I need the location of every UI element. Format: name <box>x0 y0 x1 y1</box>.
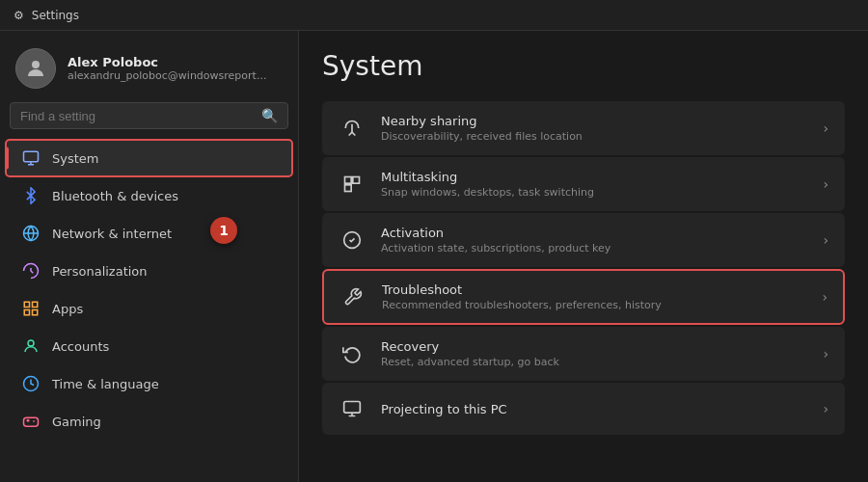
svg-rect-5 <box>24 310 29 315</box>
svg-rect-3 <box>24 302 29 307</box>
setting-row-troubleshoot[interactable]: Troubleshoot Recommended troubleshooters… <box>322 269 845 325</box>
settings-list: Nearby sharing Discoverability, received… <box>322 101 845 435</box>
annotation-circle-1: 1 <box>210 217 237 244</box>
main-layout: Alex Poloboc alexandru_poloboc@windowsre… <box>0 31 868 482</box>
chevron-icon: › <box>823 401 828 416</box>
sidebar: Alex Poloboc alexandru_poloboc@windowsre… <box>0 31 299 482</box>
content-area: System Nearby sharing Discoverability, r… <box>299 31 868 482</box>
user-email: alexandru_poloboc@windowsreport... <box>68 69 266 82</box>
sidebar-item-bluetooth[interactable]: Bluetooth & devices <box>6 177 292 214</box>
troubleshoot-name: Troubleshoot <box>382 282 806 297</box>
nearby-sharing-name: Nearby sharing <box>381 114 807 128</box>
apps-icon <box>21 299 41 318</box>
nav-list: System Bluetooth & devices Network & int… <box>0 139 298 441</box>
troubleshoot-icon <box>339 283 366 310</box>
search-icon: 🔍 <box>261 108 278 123</box>
svg-rect-1 <box>24 151 39 162</box>
nearby-sharing-desc: Discoverability, received files location <box>381 130 807 143</box>
setting-row-projecting[interactable]: Projecting to this PC › <box>322 383 845 435</box>
chevron-icon: › <box>823 346 828 362</box>
page-title: System <box>322 50 845 82</box>
sidebar-item-network[interactable]: Network & internet <box>6 215 292 252</box>
chevron-icon: › <box>822 289 827 305</box>
recovery-name: Recovery <box>381 339 807 354</box>
chevron-icon: › <box>823 176 828 192</box>
activation-icon <box>339 227 366 254</box>
sidebar-item-gaming[interactable]: Gaming <box>6 403 292 440</box>
svg-point-7 <box>28 340 34 346</box>
sidebar-item-label: Time & language <box>52 377 159 391</box>
setting-row-recovery[interactable]: Recovery Reset, advanced startup, go bac… <box>322 327 845 381</box>
svg-rect-12 <box>345 185 352 192</box>
setting-row-multitasking[interactable]: Multitasking Snap windows, desktops, tas… <box>322 157 845 211</box>
multitasking-desc: Snap windows, desktops, task switching <box>381 186 807 199</box>
recovery-desc: Reset, advanced startup, go back <box>381 356 807 368</box>
activation-name: Activation <box>381 226 807 240</box>
projecting-name: Projecting to this PC <box>381 402 807 416</box>
sidebar-item-label: Network & internet <box>52 227 172 241</box>
sidebar-item-label: Bluetooth & devices <box>52 189 178 203</box>
chevron-icon: › <box>823 232 828 248</box>
activation-desc: Activation state, subscriptions, product… <box>381 242 807 254</box>
sidebar-item-system[interactable]: System <box>6 140 292 176</box>
system-icon <box>21 148 41 168</box>
chevron-icon: › <box>823 120 828 136</box>
sidebar-item-personalization[interactable]: Personalization <box>6 253 292 289</box>
svg-rect-9 <box>24 417 39 426</box>
sidebar-item-apps[interactable]: Apps <box>6 290 292 327</box>
network-icon <box>21 224 41 243</box>
search-box[interactable]: 🔍 <box>10 102 288 129</box>
svg-rect-14 <box>344 402 361 414</box>
bluetooth-icon <box>21 186 41 205</box>
sidebar-item-label: Gaming <box>52 415 101 429</box>
title-bar: ⚙ Settings <box>0 0 868 31</box>
svg-point-0 <box>32 61 40 68</box>
multitasking-icon <box>339 171 366 198</box>
settings-icon: ⚙ <box>14 9 24 22</box>
svg-rect-10 <box>345 177 352 184</box>
sidebar-item-label: Apps <box>52 302 83 316</box>
svg-rect-4 <box>33 302 38 307</box>
multitasking-name: Multitasking <box>381 170 807 184</box>
recovery-icon <box>339 340 366 367</box>
setting-row-nearby-sharing[interactable]: Nearby sharing Discoverability, received… <box>322 101 845 155</box>
troubleshoot-desc: Recommended troubleshooters, preferences… <box>382 299 806 311</box>
setting-row-activation[interactable]: Activation Activation state, subscriptio… <box>322 213 845 267</box>
personalization-icon <box>21 261 41 281</box>
sidebar-item-label: System <box>52 151 98 166</box>
sidebar-item-accounts[interactable]: Accounts <box>6 328 292 364</box>
user-profile[interactable]: Alex Poloboc alexandru_poloboc@windowsre… <box>0 31 298 102</box>
svg-rect-6 <box>33 310 38 315</box>
projecting-icon <box>339 395 366 422</box>
user-name: Alex Poloboc <box>68 55 266 69</box>
nearby-sharing-icon <box>339 115 366 142</box>
gaming-icon <box>21 412 41 431</box>
search-input[interactable] <box>20 109 254 123</box>
sidebar-item-time[interactable]: Time & language <box>6 365 292 402</box>
window-title: Settings <box>32 9 79 22</box>
time-icon <box>21 374 41 393</box>
sidebar-item-label: Personalization <box>52 264 148 279</box>
avatar <box>15 48 56 89</box>
svg-rect-11 <box>353 177 360 184</box>
accounts-icon <box>21 336 41 356</box>
sidebar-item-label: Accounts <box>52 339 109 354</box>
